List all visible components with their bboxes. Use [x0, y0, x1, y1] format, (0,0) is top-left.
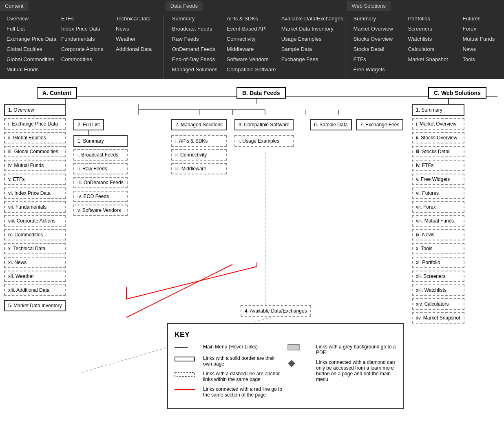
nav-ws-market-snapshot[interactable]: Market Snapshot — [408, 56, 453, 62]
node-managed-solutions[interactable]: 2. Managed Solutions — [171, 119, 227, 130]
node-ws-tools[interactable]: x. Tools — [412, 243, 464, 254]
node-ws-stocks-detail[interactable]: iii. Stocks Detail — [412, 146, 464, 157]
nav-tab-datafeeds[interactable]: Data Feeds — [166, 1, 203, 11]
nav-df-connectivity[interactable]: Connectivity — [227, 36, 272, 42]
nav-df-eventapi[interactable]: Event-Based API — [227, 26, 272, 32]
nav-mutual-funds[interactable]: Mutual Funds — [7, 66, 51, 73]
nav-global-commodities[interactable]: Global Commodities — [7, 56, 51, 62]
nav-additional-data[interactable]: Additional Data — [116, 46, 161, 52]
node-index-price[interactable]: vi. Index Price Data — [4, 187, 66, 199]
node-technical-data[interactable]: x. Technical Data — [4, 243, 66, 254]
nav-ws-mutual-funds[interactable]: Mutual Funds — [462, 36, 504, 42]
nav-ws-calculators[interactable]: Calculators — [408, 46, 453, 52]
node-fundamentals[interactable]: vii. Fundamentals — [4, 201, 66, 213]
node-overview[interactable]: 1. Overview — [4, 104, 66, 116]
nav-df-managed[interactable]: Managed Solutions — [172, 66, 217, 73]
node-ws-market-overview[interactable]: i. Market Overview — [412, 118, 464, 130]
node-sample-data[interactable]: 6. Sample Data — [310, 119, 352, 130]
nav-global-equities[interactable]: Global Equities — [7, 46, 51, 52]
node-ws-portfolio[interactable]: xi. Portfolio — [412, 257, 464, 268]
nav-overview[interactable]: Overview — [7, 15, 51, 22]
node-compatible-software[interactable]: 3. Compatible Software — [234, 119, 294, 130]
nav-ws-summary[interactable]: Summary — [353, 15, 398, 22]
nav-df-exchange-fees[interactable]: Exchange Fees — [281, 56, 337, 62]
node-ws-calculators[interactable]: xiv. Calculators — [412, 298, 464, 310]
node-df-software-vendors[interactable]: v. Software Vendors — [73, 205, 128, 216]
nav-commodities[interactable]: Commodities — [61, 56, 106, 62]
nav-weather[interactable]: Weather — [116, 36, 161, 42]
node-ws-forex[interactable]: vii. Forex — [412, 201, 464, 213]
nav-fundamentals[interactable]: Fundamentals — [61, 36, 106, 42]
node-df-ondemand[interactable]: iii. OnDemand Feeds — [73, 177, 128, 188]
node-ws-summary[interactable]: 1. Summary — [412, 104, 464, 116]
nav-tab-content[interactable]: Content — [0, 1, 29, 11]
node-df-summary[interactable]: 1. Summary — [73, 135, 128, 147]
nav-ws-etfs[interactable]: ETFs — [353, 56, 398, 62]
nav-df-software-vendors[interactable]: Software Vendors — [227, 56, 272, 62]
node-ws-free-widgets[interactable]: v. Free Widgets — [412, 174, 464, 185]
nav-df-compatible[interactable]: Compatible Software — [227, 66, 272, 73]
nav-df-inventory[interactable]: Market Data Inventory — [281, 26, 337, 32]
nav-exchange-price[interactable]: Exchange Price Data — [7, 36, 51, 42]
nav-technical-data[interactable]: Technical Data — [116, 15, 161, 22]
node-exchange-fees[interactable]: 7. Exchange Fees — [356, 119, 404, 130]
svg-rect-23 — [175, 372, 195, 377]
node-news[interactable]: xi. News — [4, 257, 66, 268]
node-available-data[interactable]: 4. Available Data/Exchanges — [241, 305, 311, 317]
nav-ws-screeners[interactable]: Screeners — [408, 26, 453, 32]
node-ws-screeners[interactable]: xii. Screeners — [412, 271, 464, 282]
nav-news[interactable]: News — [116, 26, 161, 32]
node-full-list[interactable]: 2. Full List — [73, 119, 104, 130]
node-ws-futures[interactable]: vi. Futures — [412, 187, 464, 199]
node-mutual-funds[interactable]: iv. Mutual Funds — [4, 160, 66, 171]
nav-df-middleware[interactable]: Middleware — [227, 46, 272, 52]
node-commodities[interactable]: ix. Commodities — [4, 229, 66, 240]
node-ws-watchlists[interactable]: xiii. Watchlists — [412, 284, 464, 296]
nav-full-list[interactable]: Full List — [7, 26, 51, 32]
node-ws-etfs[interactable]: iv. ETFs — [412, 160, 464, 171]
nav-df-eod[interactable]: End-of-Day Feeds — [172, 56, 217, 62]
node-ws-market-snapshot[interactable]: xv. Market Snapshot — [412, 312, 464, 324]
nav-ws-free-widgets[interactable]: Free Widgets — [353, 66, 398, 73]
nav-df-usage[interactable]: Usage Examples — [281, 36, 337, 42]
nav-df-apis[interactable]: APIs & SDKs — [227, 15, 272, 22]
nav-df-available[interactable]: Available Data/Exchanges — [281, 15, 337, 22]
nav-bar: Content Overview Full List Exchange Pric… — [0, 12, 504, 79]
node-etfs[interactable]: v. ETFs — [4, 174, 66, 185]
node-exchange-price[interactable]: i. Exchange Price Data — [4, 118, 66, 130]
node-global-equities[interactable]: ii. Global Equities — [4, 132, 66, 143]
nav-ws-market-overview[interactable]: Market Overview — [353, 26, 398, 32]
node-apis-sdks[interactable]: i. APIs & SDKs — [171, 135, 227, 147]
nav-etfs[interactable]: ETFs — [61, 15, 106, 22]
nav-tab-websolutions[interactable]: Web Solutions — [347, 1, 391, 11]
node-market-inventory[interactable]: 5. Market Data Inventory — [4, 300, 66, 311]
node-usage-examples[interactable]: i. Usage Examples — [234, 135, 294, 147]
nav-ws-portfolios[interactable]: Portfolios — [408, 15, 453, 22]
node-df-raw[interactable]: ii. Raw Feeds — [73, 163, 128, 174]
nav-df-sample[interactable]: Sample Data — [281, 46, 337, 52]
nav-ws-stocks-detail[interactable]: Stocks Detail — [353, 46, 398, 52]
node-connectivity[interactable]: ii. Connectivity — [171, 149, 227, 161]
nav-ws-news[interactable]: News — [462, 46, 504, 52]
node-global-commodities[interactable]: iii. Global Commodities — [4, 146, 66, 157]
nav-ws-tools[interactable]: Tools — [462, 56, 504, 62]
node-weather[interactable]: xii. Weather — [4, 271, 66, 282]
node-middleware[interactable]: iii. Middleware — [171, 163, 227, 174]
nav-df-ondemand[interactable]: OnDemand Feeds — [172, 46, 217, 52]
nav-ws-forex[interactable]: Forex — [462, 26, 504, 32]
nav-ws-stocks-overview[interactable]: Stocks Overview — [353, 36, 398, 42]
nav-df-raw[interactable]: Raw Feeds — [172, 36, 217, 42]
nav-ws-futures[interactable]: Futures — [462, 15, 504, 22]
node-df-broadcast[interactable]: i. Broadcast Feeds — [73, 149, 128, 161]
nav-df-broadcast[interactable]: Broadcast Feeds — [172, 26, 217, 32]
nav-df-summary[interactable]: Summary — [172, 15, 217, 22]
nav-corporate-actions[interactable]: Corporate Actions — [61, 46, 106, 52]
node-corporate-actions[interactable]: viii. Corporate Actions — [4, 215, 66, 227]
node-ws-mutual-funds[interactable]: viii. Mutual Funds — [412, 215, 464, 227]
node-ws-news[interactable]: ix. News — [412, 229, 464, 240]
node-ws-stocks-overview[interactable]: ii. Stocks Overview — [412, 132, 464, 143]
nav-index-price[interactable]: Index Price Data — [61, 26, 106, 32]
node-df-eod[interactable]: iv. EOD Feeds — [73, 191, 128, 202]
nav-ws-watchlists[interactable]: Watchlists — [408, 36, 453, 42]
node-additional-data[interactable]: xiii. Additional Data — [4, 284, 66, 296]
